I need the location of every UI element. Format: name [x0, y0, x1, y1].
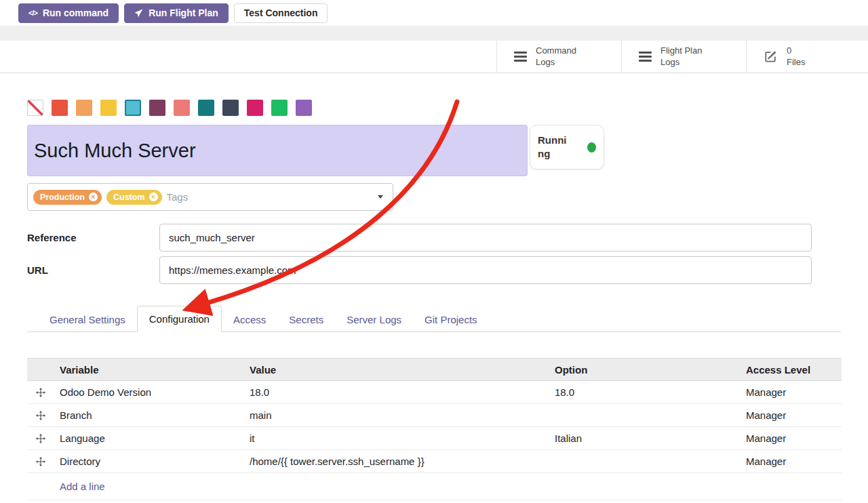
server-form-page: </> Run command Run Flight Plan Test Con…	[0, 0, 868, 503]
tag-custom: Custom ×	[106, 190, 162, 205]
color-swatch-salmon[interactable]	[174, 100, 190, 116]
files-count: 0	[787, 45, 844, 57]
command-logs-button[interactable]: Command Logs	[496, 41, 621, 73]
url-label: URL	[27, 264, 159, 276]
table-row: Language it Italian Manager	[27, 427, 842, 450]
column-header-access-level: Access Level	[741, 364, 842, 376]
color-swatch-plum[interactable]	[149, 100, 165, 116]
cell-option[interactable]: 18.0	[549, 386, 741, 398]
server-name-input[interactable]	[27, 125, 528, 176]
color-swatch-purple[interactable]	[296, 100, 312, 116]
run-flight-plan-label: Run Flight Plan	[149, 7, 218, 18]
form-sheet: Running Production × Custom × Tags Refer…	[0, 100, 868, 500]
drag-handle-icon[interactable]	[27, 388, 54, 397]
color-palette	[27, 100, 841, 116]
tab-git-projects[interactable]: Git Projects	[413, 307, 489, 332]
cell-variable[interactable]: Odoo Demo Version	[54, 386, 244, 398]
color-swatch-green[interactable]	[271, 100, 288, 116]
flight-plan-logs-button[interactable]: Flight Plan Logs	[621, 41, 746, 73]
command-logs-label: Command Logs	[536, 45, 593, 68]
background-strip	[0, 26, 868, 41]
color-swatch-yellow[interactable]	[100, 100, 117, 116]
column-header-variable: Variable	[54, 364, 244, 376]
drag-handle-icon[interactable]	[27, 457, 54, 466]
button-box: Command Logs Flight Plan Logs 0 Files	[496, 41, 868, 73]
color-swatch-teal[interactable]	[198, 100, 214, 116]
cell-value[interactable]: /home/{{ tower.server.ssh_username }}	[244, 456, 549, 467]
drag-handle-icon[interactable]	[27, 411, 54, 420]
list-icon	[514, 52, 527, 62]
files-button[interactable]: 0 Files	[746, 41, 868, 73]
run-command-button[interactable]: </> Run command	[18, 3, 119, 23]
url-input[interactable]	[159, 256, 812, 284]
url-field-row: URL	[27, 256, 841, 284]
color-swatch-cyan-selected[interactable]	[125, 100, 141, 116]
chevron-down-icon	[378, 195, 383, 199]
edit-icon	[764, 49, 778, 64]
cell-access-level[interactable]: Manager	[741, 432, 842, 444]
test-connection-label: Test Connection	[244, 7, 318, 18]
reference-input[interactable]	[159, 224, 812, 252]
tab-general-settings[interactable]: General Settings	[38, 307, 137, 332]
add-a-line-link[interactable]: Add a line	[60, 481, 105, 492]
table-header-row: Variable Value Option Access Level	[27, 358, 842, 381]
cell-variable[interactable]: Language	[54, 432, 244, 444]
tab-configuration[interactable]: Configuration	[137, 306, 222, 332]
form-header: Command Logs Flight Plan Logs 0 Files	[0, 41, 868, 73]
notebook-tabs: General Settings Configuration Access Se…	[27, 306, 841, 332]
column-header-option: Option	[549, 364, 741, 376]
tag-label: Production	[40, 193, 85, 202]
title-row: Running	[27, 125, 841, 176]
table-row: Branch main Manager	[27, 404, 842, 427]
status-label: Running	[538, 134, 572, 161]
cell-access-level[interactable]: Manager	[741, 386, 842, 398]
color-swatch-no-color[interactable]	[27, 100, 43, 116]
column-header-value: Value	[244, 364, 549, 376]
tags-placeholder: Tags	[167, 191, 189, 203]
add-line-row: Add a line	[27, 473, 842, 500]
variables-table: Variable Value Option Access Level Odoo …	[27, 358, 842, 500]
tag-label: Custom	[113, 193, 145, 202]
tag-production: Production ×	[33, 190, 102, 205]
reference-field-row: Reference	[27, 224, 841, 252]
tag-remove-icon[interactable]: ×	[89, 193, 98, 201]
table-row: Odoo Demo Version 18.0 18.0 Manager	[27, 381, 842, 404]
run-command-label: Run command	[43, 7, 108, 18]
code-icon: </>	[28, 9, 37, 17]
color-swatch-magenta[interactable]	[247, 100, 263, 116]
reference-label: Reference	[27, 232, 159, 243]
cell-value[interactable]: it	[244, 432, 549, 444]
control-panel: </> Run command Run Flight Plan Test Con…	[0, 0, 868, 26]
color-swatch-navy[interactable]	[222, 100, 239, 116]
run-flight-plan-button[interactable]: Run Flight Plan	[124, 3, 229, 23]
paper-plane-icon	[134, 9, 143, 18]
status-card[interactable]: Running	[530, 125, 604, 169]
color-swatch-orange[interactable]	[76, 100, 92, 116]
table-row: Directory /home/{{ tower.server.ssh_user…	[27, 450, 842, 473]
cell-access-level[interactable]: Manager	[741, 456, 842, 467]
tab-server-logs[interactable]: Server Logs	[335, 307, 413, 332]
color-swatch-red[interactable]	[52, 100, 68, 116]
cell-option[interactable]: Italian	[549, 432, 741, 444]
flight-plan-logs-label: Flight Plan Logs	[660, 45, 717, 68]
test-connection-button[interactable]: Test Connection	[234, 3, 328, 23]
tag-remove-icon[interactable]: ×	[149, 193, 158, 201]
tab-access[interactable]: Access	[222, 307, 277, 332]
drag-handle-icon[interactable]	[27, 434, 54, 443]
cell-value[interactable]: 18.0	[244, 386, 549, 398]
list-icon	[639, 52, 652, 62]
cell-access-level[interactable]: Manager	[741, 409, 842, 421]
cell-value[interactable]: main	[244, 409, 549, 421]
status-dot-green	[587, 142, 596, 153]
cell-variable[interactable]: Branch	[54, 409, 244, 421]
tags-select[interactable]: Production × Custom × Tags	[27, 183, 393, 211]
files-label: Files	[787, 57, 844, 68]
tab-secrets[interactable]: Secrets	[277, 307, 335, 332]
cell-variable[interactable]: Directory	[54, 456, 244, 467]
